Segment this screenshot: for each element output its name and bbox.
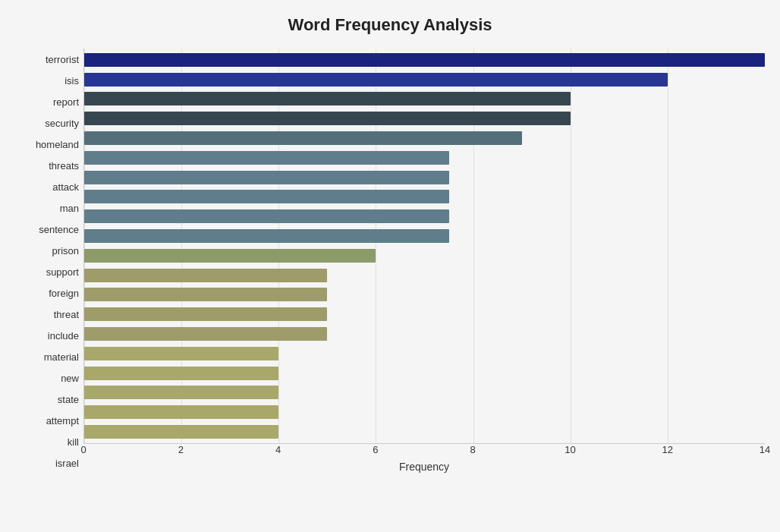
bar xyxy=(84,367,278,380)
bar-row xyxy=(84,109,765,128)
bars-area xyxy=(83,49,765,444)
y-label: attack xyxy=(52,176,79,197)
x-tick-label: 8 xyxy=(470,444,476,455)
y-label: support xyxy=(46,261,79,282)
bar-row xyxy=(84,422,765,442)
bar xyxy=(84,249,376,263)
bar xyxy=(84,73,668,87)
x-tick-label: 4 xyxy=(275,444,281,455)
x-tick-label: 14 xyxy=(760,444,770,455)
bar xyxy=(84,269,327,282)
y-label: new xyxy=(61,368,79,389)
chart-title: Word Frequency Analysis xyxy=(15,15,765,35)
bar-row xyxy=(84,246,765,266)
y-label: man xyxy=(60,197,79,219)
bar-row xyxy=(84,206,765,226)
bar xyxy=(84,190,449,203)
bar-row xyxy=(84,344,765,364)
y-label: include xyxy=(48,326,79,347)
bar xyxy=(84,151,449,165)
bar-row xyxy=(84,402,765,422)
bar-row xyxy=(84,70,765,90)
chart-container: Word Frequency Analysis terroristisisrep… xyxy=(0,0,780,532)
bar xyxy=(84,53,765,67)
bar-row xyxy=(84,128,765,148)
bar xyxy=(84,229,449,243)
bar xyxy=(84,327,327,341)
bar xyxy=(84,425,278,439)
bars-column xyxy=(84,49,765,443)
bar xyxy=(84,92,571,105)
bar xyxy=(84,307,327,321)
y-label: isis xyxy=(64,70,79,91)
y-label: security xyxy=(45,112,79,134)
bar-row xyxy=(84,226,765,246)
y-label: attempt xyxy=(46,411,79,432)
bar-row xyxy=(84,324,765,344)
x-tick-label: 12 xyxy=(662,444,672,455)
bar-row xyxy=(84,90,765,109)
bar xyxy=(84,131,522,145)
y-label: threat xyxy=(54,304,79,326)
bar-row xyxy=(84,266,765,285)
bar xyxy=(84,112,571,125)
bar-row xyxy=(84,383,765,403)
x-tick-label: 10 xyxy=(565,444,575,455)
y-label: threats xyxy=(49,155,79,176)
bar xyxy=(84,405,278,419)
y-label: prison xyxy=(52,240,79,261)
chart-area: terroristisisreportsecurityhomelandthrea… xyxy=(15,49,765,474)
x-axis: 02468101214 Frequency xyxy=(83,444,765,474)
bar xyxy=(84,347,278,360)
y-axis: terroristisisreportsecurityhomelandthrea… xyxy=(15,49,83,474)
bar-row xyxy=(84,285,765,305)
y-label: report xyxy=(53,91,79,112)
bar-row xyxy=(84,50,765,70)
y-label: foreign xyxy=(49,283,79,304)
bar xyxy=(84,171,449,184)
y-label: material xyxy=(44,347,79,368)
x-axis-label: Frequency xyxy=(83,461,765,473)
bar-row xyxy=(84,168,765,187)
y-label: terrorist xyxy=(46,49,79,70)
bar-row xyxy=(84,148,765,168)
x-tick-label: 6 xyxy=(373,444,378,455)
bar xyxy=(84,209,449,223)
bars-and-x: 02468101214 Frequency xyxy=(83,49,765,474)
x-tick-label: 2 xyxy=(178,444,184,455)
x-tick-label: 0 xyxy=(80,444,86,455)
bar-row xyxy=(84,304,765,324)
bar-row xyxy=(84,187,765,207)
bar xyxy=(84,386,278,399)
y-label: israel xyxy=(55,453,79,474)
x-ticks: 02468101214 xyxy=(83,444,765,459)
y-label: kill xyxy=(68,432,79,453)
y-label: sentence xyxy=(39,219,79,240)
y-label: state xyxy=(58,389,79,411)
y-label: homeland xyxy=(36,134,79,155)
bar-row xyxy=(84,364,765,383)
bar xyxy=(84,288,327,301)
